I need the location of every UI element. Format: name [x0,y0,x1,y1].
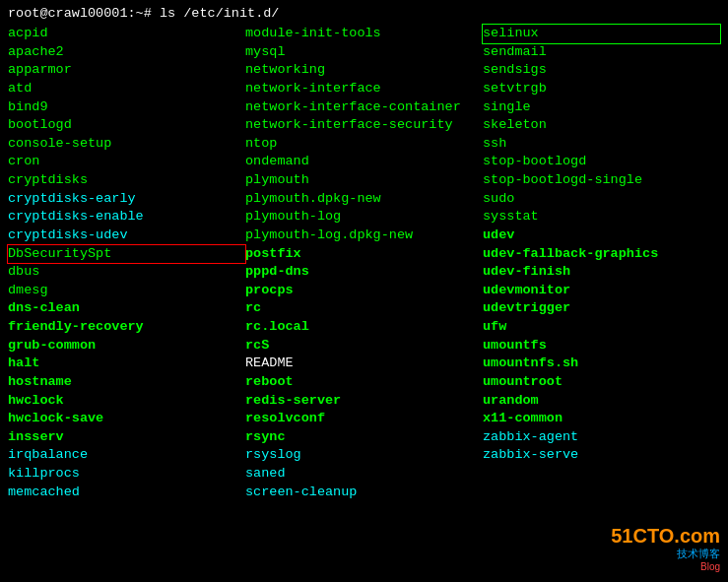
list-item: plymouth-log [245,208,483,226]
list-item: halt [8,355,245,373]
column-3: selinuxsendmailsendsigssetvtrgbsingleske… [483,25,720,501]
list-item: ufw [483,318,720,337]
list-item: ondemand [245,153,483,171]
list-item: plymouth [245,171,483,190]
list-item: rsyslog [245,446,483,465]
list-item: irqbalance [8,446,245,465]
list-item: apache2 [8,43,245,62]
list-item: module-init-tools [245,25,483,43]
list-item: rsync [245,428,483,447]
list-item: selinux [483,25,720,43]
list-item: zabbix-serve [483,446,720,465]
list-item: console-setup [8,135,245,154]
list-item: postfix [245,245,483,264]
list-item: sendmail [483,43,720,62]
list-item: cryptdisks-enable [8,208,245,226]
list-item: udev-finish [483,263,720,282]
column-2: module-init-toolsmysqlnetworkingnetwork-… [245,25,483,501]
list-item: plymouth-log.dpkg-new [245,226,483,245]
list-item: killprocs [8,465,245,484]
list-item: rc [245,299,483,318]
list-item: bind9 [8,98,245,117]
list-item: x11-common [483,410,720,428]
list-item: sysstat [483,208,720,226]
list-item: rc.local [245,318,483,337]
list-item: mysql [245,43,483,62]
list-item: network-interface [245,80,483,98]
list-item: DbSecuritySpt [8,245,245,264]
watermark-logo: 51CTO.com [611,526,720,546]
list-item: dbus [8,263,245,282]
list-item: zabbix-agent [483,428,720,447]
list-item: hostname [8,373,245,392]
list-item: redis-server [245,392,483,411]
list-item: saned [245,465,483,484]
list-item: procps [245,282,483,300]
list-item: cron [8,153,245,171]
list-item: udevtrigger [483,299,720,318]
list-item: friendly-recovery [8,318,245,337]
command-prompt: root@crawl00001:~# ls /etc/init.d/ [8,6,720,21]
list-item: sudo [483,190,720,209]
list-item: networking [245,61,483,80]
list-item: plymouth.dpkg-new [245,190,483,209]
list-item: insserv [8,428,245,447]
file-listing: acpidapache2apparmoratdbind9bootlogdcons… [8,25,720,501]
list-item: cryptdisks [8,171,245,190]
list-item: rcS [245,337,483,356]
list-item: urandom [483,392,720,411]
list-item: hwclock [8,392,245,411]
prompt-text: root@crawl00001:~# ls /etc/init.d/ [8,6,279,21]
list-item: atd [8,80,245,98]
list-item: bootlogd [8,116,245,135]
list-item: dns-clean [8,299,245,318]
terminal-window: root@crawl00001:~# ls /etc/init.d/ acpid… [0,0,728,582]
list-item: reboot [245,373,483,392]
list-item: ssh [483,135,720,154]
list-item: sendsigs [483,61,720,80]
list-item: grub-common [8,337,245,356]
list-item: memcached [8,484,245,502]
list-item: udev-fallback-graphics [483,245,720,264]
list-item: README [245,355,483,373]
list-item: apparmor [8,61,245,80]
watermark: 51CTO.com 技术博客 Blog [611,526,720,572]
list-item: ntop [245,135,483,154]
list-item: single [483,98,720,117]
list-item: setvtrgb [483,80,720,98]
list-item: skeleton [483,116,720,135]
list-item: pppd-dns [245,263,483,282]
list-item: stop-bootlogd-single [483,171,720,190]
list-item: stop-bootlogd [483,153,720,171]
list-item: network-interface-security [245,116,483,135]
list-item: resolvconf [245,410,483,428]
list-item: udev [483,226,720,245]
list-item: umountnfs.sh [483,355,720,373]
list-item: cryptdisks-early [8,190,245,209]
list-item: umountfs [483,337,720,356]
list-item: hwclock-save [8,410,245,428]
list-item: network-interface-container [245,98,483,117]
list-item: umountroot [483,373,720,392]
list-item: dmesg [8,282,245,300]
watermark-sub: 技术博客 [677,547,720,561]
list-item: acpid [8,25,245,43]
list-item: cryptdisks-udev [8,226,245,245]
watermark-blog: Blog [700,561,720,572]
column-1: acpidapache2apparmoratdbind9bootlogdcons… [8,25,245,501]
list-item: screen-cleanup [245,484,483,502]
list-item: udevmonitor [483,282,720,300]
